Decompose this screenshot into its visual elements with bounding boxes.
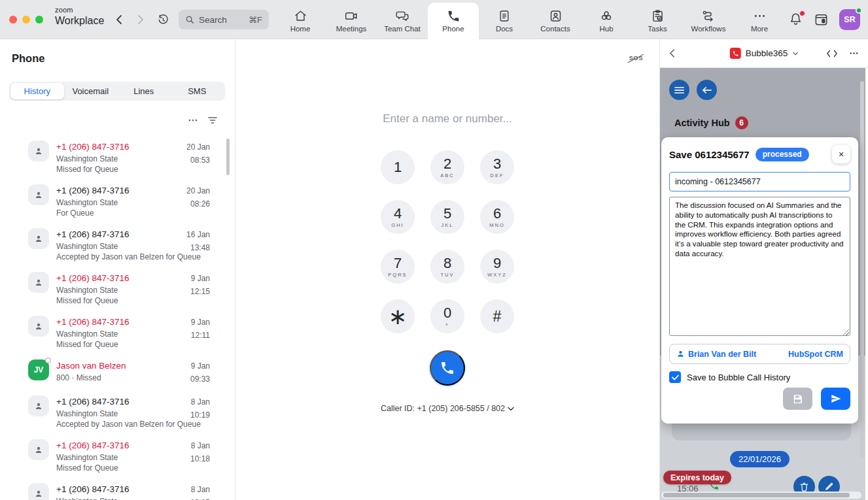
forward-button[interactable] bbox=[134, 13, 147, 26]
dialpad-key-0[interactable]: 0+ bbox=[430, 299, 464, 333]
bubble365-app-icon bbox=[730, 48, 741, 59]
window-controls[interactable] bbox=[9, 16, 43, 24]
tab-home[interactable]: Home bbox=[275, 3, 326, 39]
summary-field-wrap: The discussion focused on AI Summaries a… bbox=[669, 197, 850, 339]
caller-location: Washington State bbox=[56, 154, 186, 164]
call-history-item[interactable]: +1 (206) 847-3716Washington StateMissed … bbox=[0, 135, 235, 178]
phone-tab-history[interactable]: History bbox=[10, 83, 64, 99]
tab-workflows[interactable]: Workflows bbox=[683, 3, 734, 39]
search-placeholder: Search bbox=[199, 15, 227, 25]
key-letters: + bbox=[445, 322, 449, 327]
person-icon bbox=[33, 488, 44, 499]
modal-close-button[interactable]: × bbox=[832, 145, 850, 163]
dialpad-key-7[interactable]: 7PQRS bbox=[381, 250, 415, 284]
back-button[interactable] bbox=[113, 13, 126, 26]
dialpad-key-9[interactable]: 9WXYZ bbox=[480, 250, 514, 284]
dialpad-key-8[interactable]: 8TUV bbox=[430, 250, 464, 284]
minimize-window-button[interactable] bbox=[22, 16, 30, 24]
tab-teamchat[interactable]: Team Chat bbox=[377, 3, 428, 39]
ai-summary-textarea[interactable]: The discussion focused on AI Summaries a… bbox=[669, 197, 850, 336]
more-options-icon[interactable] bbox=[188, 115, 198, 125]
horizontal-scrollbar[interactable] bbox=[661, 492, 861, 499]
dial-number-input[interactable] bbox=[310, 112, 585, 125]
dialpad-key-6[interactable]: 6MNO bbox=[480, 200, 514, 234]
panel-back-icon[interactable] bbox=[669, 48, 675, 58]
contact-avatar bbox=[28, 395, 49, 416]
menu-button[interactable] bbox=[669, 80, 689, 100]
caller-location: Washington State bbox=[56, 496, 190, 500]
contact-avatar: JV bbox=[28, 359, 49, 380]
back-circle-button[interactable] bbox=[697, 80, 717, 100]
key-digit: 2 bbox=[443, 157, 451, 171]
phone-tab-lines[interactable]: Lines bbox=[117, 83, 171, 99]
call-history-item[interactable]: +1 (206) 847-3716Washington StateMissed … bbox=[0, 266, 235, 310]
person-icon bbox=[33, 277, 44, 288]
call-history-item[interactable]: +1 (206) 847-3716Washington StateAccepte… bbox=[0, 390, 235, 433]
list-scrollbar[interactable] bbox=[226, 139, 230, 175]
save-history-option[interactable]: Save to Bubble Call History bbox=[669, 371, 850, 383]
panel-more-icon[interactable] bbox=[849, 48, 859, 58]
activity-hub-label: Activity Hub bbox=[674, 118, 730, 128]
dialpad-key-hash[interactable]: # bbox=[480, 299, 514, 333]
filter-icon[interactable] bbox=[207, 115, 218, 125]
call-time: 09:33 bbox=[190, 373, 210, 386]
calendar-button[interactable] bbox=[814, 12, 829, 27]
tab-hub-label: Hub bbox=[599, 25, 613, 33]
dialpad-key-1[interactable]: 1 bbox=[381, 150, 415, 184]
call-details: +1 (206) 847-3716Washington StateAccepte… bbox=[56, 228, 186, 262]
app-content: Phone HistoryVoicemailLinesSMS +1 (206) … bbox=[0, 39, 868, 500]
dialpad-key-2[interactable]: 2ABC bbox=[430, 150, 464, 184]
call-history-item[interactable]: +1 (206) 847-3716Washington StateAccepte… bbox=[0, 222, 235, 266]
call-datetime: 9 Jan09:33 bbox=[190, 359, 210, 386]
close-window-button[interactable] bbox=[9, 16, 17, 24]
code-view-icon[interactable] bbox=[827, 50, 837, 58]
call-history-item[interactable]: +1 (206) 847-3716Washington StateMissed … bbox=[0, 310, 235, 354]
resize-grip-icon[interactable] bbox=[843, 329, 849, 335]
horizontal-scrollbar-thumb[interactable] bbox=[663, 493, 850, 497]
call-details: +1 (206) 847-3716Washington StateAccepte… bbox=[56, 395, 190, 429]
checkbox-checked[interactable] bbox=[669, 371, 681, 383]
global-search-input[interactable]: Search ⌘F bbox=[179, 10, 269, 29]
crm-name: HubSpot CRM bbox=[788, 350, 843, 359]
tab-docs[interactable]: Docs bbox=[479, 3, 530, 39]
call-history-item[interactable]: +1 (206) 847-3716Washington StateAccepte… bbox=[0, 477, 235, 500]
key-digit: 3 bbox=[493, 157, 501, 171]
app-chevron-down-icon bbox=[792, 52, 798, 56]
tab-phone[interactable]: Phone bbox=[428, 3, 479, 39]
user-avatar[interactable]: SR bbox=[839, 9, 860, 30]
maximize-window-button[interactable] bbox=[35, 16, 43, 24]
vertical-scrollbar[interactable] bbox=[860, 81, 864, 458]
call-history-item[interactable]: +1 (206) 847-3716Washington StateMissed … bbox=[0, 433, 235, 477]
call-history-item[interactable]: JVJason van Belzen800 · Missed9 Jan09:33 bbox=[0, 354, 235, 390]
contact-avatar bbox=[28, 228, 49, 249]
phone-tab-sms[interactable]: SMS bbox=[171, 83, 224, 99]
tab-contacts[interactable]: Contacts bbox=[530, 3, 581, 39]
dialpad-key-3[interactable]: 3DEF bbox=[480, 150, 514, 184]
call-button[interactable] bbox=[430, 350, 465, 386]
tab-tasks[interactable]: Tasks bbox=[632, 3, 683, 39]
dialpad-key-5[interactable]: 5JKL bbox=[430, 200, 464, 234]
key-digit: 6 bbox=[493, 207, 501, 221]
send-button[interactable] bbox=[821, 388, 850, 410]
call-status: Missed for Queue bbox=[56, 463, 190, 473]
arrow-left-icon bbox=[702, 86, 712, 94]
tab-more[interactable]: More bbox=[734, 3, 785, 39]
dialpad-key-4[interactable]: 4GHI bbox=[381, 200, 415, 234]
tab-meetings[interactable]: Meetings bbox=[326, 3, 377, 39]
call-date: 8 Jan bbox=[190, 483, 210, 496]
caller-id-selector[interactable]: Caller ID: +1 (205) 206-5855 / 802 bbox=[235, 404, 659, 413]
history-icon[interactable] bbox=[156, 13, 169, 26]
crm-contact-row[interactable]: Brian Van der Bilt HubSpot CRM bbox=[669, 344, 850, 364]
notifications-button[interactable] bbox=[788, 12, 804, 27]
call-history-item[interactable]: +1 (206) 847-3716Washington StateFor Que… bbox=[0, 178, 235, 222]
logo-zoom-text: zoom bbox=[55, 7, 104, 14]
phone-tab-voicemail[interactable]: Voicemail bbox=[64, 83, 118, 99]
dialpad-key-star[interactable]: ∗ bbox=[381, 299, 415, 333]
save-button[interactable] bbox=[783, 388, 812, 410]
tab-hub[interactable]: Hub bbox=[581, 3, 632, 39]
call-subject-input[interactable] bbox=[669, 172, 850, 192]
app-selector[interactable]: Bubble365 bbox=[730, 48, 799, 59]
hamburger-icon bbox=[674, 86, 684, 94]
call-date: 20 Jan bbox=[186, 141, 210, 154]
calendar-icon bbox=[814, 12, 829, 27]
